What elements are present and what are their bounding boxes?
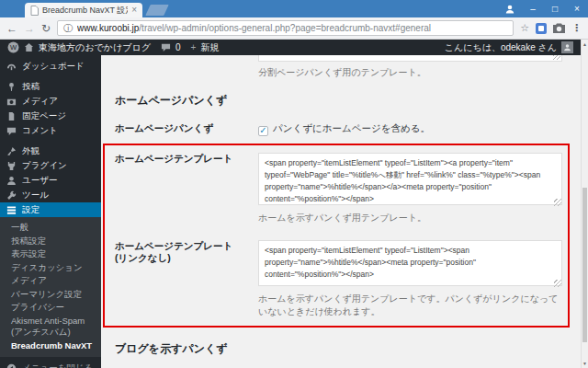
forward-icon: → — [24, 23, 35, 34]
maximize-button[interactable]: □ — [544, 0, 566, 17]
scroll-down-icon[interactable]: ▼ — [582, 359, 588, 368]
page-scrollbar[interactable]: ▲ ▼ — [581, 40, 588, 368]
minimize-button[interactable]: – — [522, 0, 544, 17]
paged-template-description: 分割ページパンくず用のテンプレート。 — [258, 66, 570, 79]
submenu-item-discussion[interactable]: ディスカッション — [0, 261, 101, 275]
section-blog-breadcrumb-title: ブログを示すパンくず — [115, 341, 570, 357]
browser-toolbar: ← → ↻ ⓘ www.kuroobi.jp/travel/wp-admin/o… — [0, 17, 588, 40]
sidebar-item-label: ダッシュボード — [22, 61, 85, 73]
page-favicon-icon — [30, 6, 39, 16]
collapse-menu-label: メニューを閉じる — [22, 362, 93, 368]
avatar[interactable] — [561, 41, 573, 53]
resize-grip-icon[interactable] — [554, 280, 561, 287]
svg-text:W: W — [10, 43, 17, 52]
paged-template-textarea-partial[interactable] — [258, 55, 562, 62]
sidebar-item-media[interactable]: メディア — [0, 94, 101, 109]
plus-icon: + — [190, 42, 196, 52]
address-bar[interactable]: ⓘ www.kuroobi.jp/travel/wp-admin/options… — [57, 20, 514, 36]
sidebar-item-comments[interactable]: コメント — [0, 123, 101, 138]
site-name-link[interactable]: 東海地方のおでかけブログ — [39, 41, 151, 54]
url-path: /travel/wp-admin/options-general.php?pag… — [139, 23, 431, 33]
camera-icon — [6, 97, 17, 107]
home-template-unlinked-description: ホームを示すパンくず用テンプレートです。パンくずがリンクになっていないときだけ使… — [258, 293, 564, 318]
wordpress-logo-icon[interactable]: W — [7, 41, 19, 53]
sidebar-item-label: 固定ページ — [22, 110, 66, 122]
paintbrush-icon — [6, 146, 17, 156]
resize-grip-icon[interactable] — [553, 55, 560, 60]
comment-bubble-icon — [6, 126, 17, 136]
home-template-unlinked-row: ホームページテンプレート (リンクなし) <span property="ite… — [115, 238, 564, 288]
camera-extension-icon[interactable] — [553, 23, 565, 33]
settings-page-content: 分割ページパンくず用のテンプレート。 ホームページパンくず ホームページパンくず… — [101, 55, 581, 368]
back-icon[interactable]: ← — [6, 23, 17, 34]
home-template-row: ホームページテンプレート <span property="itemListEle… — [115, 151, 564, 207]
pushpin-icon — [6, 82, 17, 92]
sidebar-item-posts[interactable]: 投稿 — [0, 79, 101, 94]
sidebar-item-dashboard[interactable]: ダッシュボード — [0, 59, 101, 74]
sidebar-item-settings[interactable]: 設定 — [0, 202, 101, 217]
settings-panel-icon — [6, 205, 17, 215]
home-breadcrumb-checkbox[interactable]: ✓ — [258, 126, 268, 136]
url-text: www.kuroobi.jp/travel/wp-admin/options-g… — [77, 23, 431, 33]
collapse-menu-button[interactable]: メニューを閉じる — [0, 357, 101, 368]
red-annotation-box: ホームページテンプレート <span property="itemListEle… — [103, 144, 570, 328]
check-icon: ✓ — [259, 126, 266, 135]
close-button[interactable]: × — [566, 0, 588, 17]
sidebar-item-tools[interactable]: ツール — [0, 188, 101, 202]
browser-titlebar: Breadcrumb NavXT 設定 × – □ × — [0, 0, 588, 17]
submenu-item-akismet[interactable]: Akismet Anti-Spam (アンチスパム) — [0, 315, 101, 339]
submenu-item-breadcrumb-navxt[interactable]: Breadcrumb NavXT — [0, 339, 101, 353]
home-breadcrumb-row: ホームページパンくず ✓パンくずにホームページを含める。 — [115, 121, 570, 136]
comments-icon[interactable] — [161, 42, 171, 52]
home-breadcrumb-checkbox-label[interactable]: パンくずにホームページを含める。 — [273, 122, 430, 133]
wrench-icon — [6, 190, 17, 201]
profile-icon[interactable] — [498, 4, 522, 15]
settings-submenu: 一般 投稿設定 表示設定 ディスカッション メディア パーマリンク設定 プライバ… — [0, 217, 101, 357]
home-template-unlinked-label: ホームページテンプレート (リンクなし) — [115, 238, 258, 265]
user-icon — [6, 176, 17, 186]
comment-count[interactable]: 0 — [175, 42, 181, 52]
reload-icon[interactable]: ↻ — [41, 23, 51, 34]
home-template-textarea[interactable]: <span property="itemListElement" typeof=… — [258, 153, 562, 205]
new-content-link[interactable]: 新規 — [200, 41, 219, 54]
home-template-description: ホームを示すパンくず用テンプレート。 — [258, 212, 564, 224]
sidebar-item-appearance[interactable]: 外観 — [0, 144, 101, 158]
submenu-item-permalinks[interactable]: パーマリンク設定 — [0, 288, 101, 302]
submenu-item-media[interactable]: メディア — [0, 274, 101, 288]
sidebar-item-label: メディア — [22, 96, 58, 108]
extension-icon[interactable] — [536, 23, 547, 34]
collapse-circle-icon — [6, 363, 17, 368]
home-breadcrumb-label: ホームページパンくず — [115, 121, 258, 135]
browser-tab[interactable]: Breadcrumb NavXT 設定 × — [25, 3, 142, 17]
sidebar-item-users[interactable]: ユーザー — [0, 173, 101, 188]
scroll-up-icon[interactable]: ▲ — [582, 40, 588, 49]
gauge-icon — [6, 62, 17, 72]
sidebar-item-pages[interactable]: 固定ページ — [0, 109, 101, 123]
wp-sidebar: ダッシュボード 投稿 メディア 固定ページ コメント 外観 プラグイン ユーザ — [0, 55, 101, 368]
resize-grip-icon[interactable] — [554, 199, 561, 206]
submenu-item-privacy[interactable]: プライバシー — [0, 301, 101, 315]
site-info-icon[interactable]: ⓘ — [63, 22, 73, 35]
sidebar-item-label: 外観 — [22, 145, 40, 157]
howdy-greeting[interactable]: こんにちは、odekake さん — [445, 41, 557, 54]
browser-menu-icon[interactable]: ⋮ — [571, 22, 582, 34]
document-icon — [6, 111, 17, 121]
wp-admin-bar: W 東海地方のおでかけブログ 0 + 新規 こんにちは、odekake さん — [0, 40, 581, 55]
sidebar-item-label: ツール — [22, 190, 49, 201]
sidebar-item-label: プラグイン — [22, 160, 67, 172]
new-tab-button[interactable] — [145, 5, 169, 16]
tab-title: Breadcrumb NavXT 設定 — [42, 5, 128, 17]
home-template-unlinked-textarea[interactable]: <span property="itemListElement" typeof=… — [258, 240, 562, 286]
window-controls: – □ × — [498, 0, 588, 17]
sidebar-item-plugins[interactable]: プラグイン — [0, 158, 101, 173]
submenu-item-reading[interactable]: 表示設定 — [0, 247, 101, 261]
sidebar-item-label: 投稿 — [22, 81, 40, 93]
bookmark-star-icon[interactable]: ☆ — [520, 22, 529, 34]
submenu-item-general[interactable]: 一般 — [0, 221, 101, 235]
scrollbar-thumb[interactable] — [582, 188, 587, 342]
plug-icon — [6, 161, 17, 171]
section-home-breadcrumb-title: ホームページパンくず — [115, 93, 570, 109]
submenu-item-writing[interactable]: 投稿設定 — [0, 235, 101, 248]
home-template-label: ホームページテンプレート — [115, 151, 258, 166]
tab-close-icon[interactable]: × — [131, 6, 137, 15]
